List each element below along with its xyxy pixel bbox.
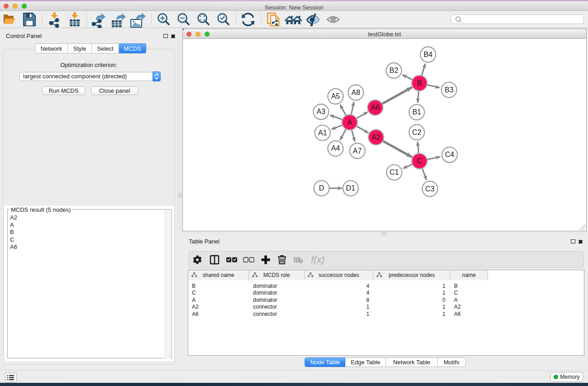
svg-text:B: B (417, 79, 422, 87)
svg-text:A6: A6 (371, 104, 380, 111)
svg-text:C2: C2 (412, 129, 421, 136)
svg-text:C4: C4 (445, 151, 454, 158)
svg-text:f(x): f(x) (311, 254, 325, 265)
svg-text:C3: C3 (425, 185, 435, 193)
svg-text:A: A (347, 119, 352, 126)
svg-text:A5: A5 (331, 92, 340, 100)
svg-text:C: C (417, 157, 422, 165)
svg-text:A4: A4 (331, 144, 340, 152)
svg-text:A2: A2 (372, 133, 381, 141)
svg-text:A8: A8 (351, 89, 360, 96)
svg-text:B2: B2 (389, 67, 398, 74)
svg-text:B1: B1 (412, 108, 421, 116)
svg-text:B4: B4 (424, 51, 433, 58)
svg-text:D1: D1 (346, 184, 355, 192)
svg-text:A7: A7 (353, 147, 362, 155)
svg-text:A1: A1 (318, 129, 327, 137)
svg-text:B3: B3 (445, 86, 454, 94)
svg-text:D: D (319, 184, 325, 192)
svg-text:A3: A3 (316, 108, 325, 115)
svg-text:C1: C1 (390, 168, 399, 176)
